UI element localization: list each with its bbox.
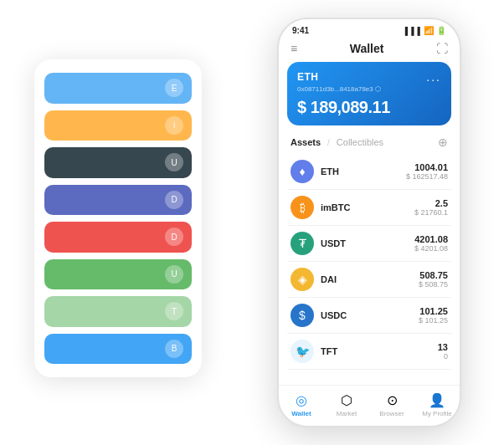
asset-amounts: 2.5$ 21760.1 [414,198,448,217]
signal-icon: ▐▐▐ [403,27,421,35]
nav-icon: 👤 [429,392,445,408]
bg-card-row: U [44,147,192,178]
asset-amount-main: 13 [438,342,448,352]
asset-name: DAI [321,274,419,284]
bg-card-row-icon: i [165,116,183,135]
asset-amounts: 130 [438,342,448,361]
asset-icon: ♦ [291,160,314,183]
asset-amounts: 101.25$ 101.25 [419,306,448,325]
expand-icon[interactable]: ⛶ [436,42,448,55]
asset-amount-usd: 0 [438,352,448,361]
asset-amount-main: 2.5 [414,198,448,208]
bg-card-row: i [44,110,192,141]
asset-icon: 🐦 [291,340,314,363]
nav-icon: ⊙ [387,392,398,408]
asset-row[interactable]: ◈DAI508.75$ 508.75 [287,262,451,298]
nav-label: My Profile [422,410,452,417]
asset-icon: ◈ [291,268,314,291]
bg-card-row: B [44,334,192,365]
asset-amount-usd: $ 508.75 [419,280,448,289]
asset-row[interactable]: 🐦TFT130 [287,334,451,370]
asset-icon: $ [291,304,314,327]
assets-header: Assets / Collectibles ⊕ [279,132,460,154]
asset-name: ETH [321,166,406,176]
menu-icon[interactable]: ≡ [291,42,297,55]
asset-name: USDT [321,238,414,248]
nav-icon: ⬡ [341,392,352,408]
wallet-more-icon[interactable]: ... [426,70,441,84]
bg-card-row: T [44,296,192,327]
wallet-ticker: ETH [297,71,319,83]
nav-item-my-profile[interactable]: 👤My Profile [414,392,460,417]
tab-divider: / [327,138,330,147]
phone-mockup: 9:41 ▐▐▐ 📶 🔋 ≡ Wallet ⛶ ETH ... 0x08711d… [277,18,461,427]
nav-label: Browser [379,410,404,417]
asset-row[interactable]: ₿imBTC2.5$ 21760.1 [287,190,451,226]
asset-amount-usd: $ 162517.48 [406,172,448,181]
asset-amount-main: 101.25 [419,306,448,316]
status-bar: 9:41 ▐▐▐ 📶 🔋 [279,19,460,38]
bg-card-row-icon: E [165,79,183,97]
header-title: Wallet [350,42,384,55]
asset-amount-main: 508.75 [419,270,448,280]
nav-label: Market [337,410,357,417]
bg-card: EiUDDUTB [34,59,202,377]
asset-row[interactable]: ♦ETH1004.01$ 162517.48 [287,154,451,190]
bg-card-row: D [44,185,192,216]
bg-card-row: D [44,222,192,253]
wallet-amount: $ 189,089.11 [297,98,441,117]
nav-icon: ◎ [296,392,307,408]
bg-card-row: E [44,73,192,104]
asset-row[interactable]: ₮USDT4201.08$ 4201.08 [287,226,451,262]
wallet-card: ETH ... 0x08711d3b...8418a78e3 ⬡ $ 189,0… [287,62,451,125]
asset-amount-main: 4201.08 [414,234,448,244]
nav-item-wallet[interactable]: ◎Wallet [279,392,324,417]
bg-card-row-icon: U [165,153,183,171]
wallet-address: 0x08711d3b...8418a78e3 ⬡ [297,85,441,93]
scene: EiUDDUTB 9:41 ▐▐▐ 📶 🔋 ≡ Wallet ⛶ ETH ...… [9,9,495,436]
asset-list: ♦ETH1004.01$ 162517.48₿imBTC2.5$ 21760.1… [279,154,460,385]
bg-card-row-icon: U [165,265,183,284]
asset-icon: ₮ [291,232,314,255]
bg-card-row-icon: B [165,340,183,358]
asset-amounts: 508.75$ 508.75 [419,270,448,289]
bg-card-row-icon: D [165,228,183,246]
asset-amounts: 1004.01$ 162517.48 [406,162,448,181]
bg-card-row-icon: T [165,302,183,320]
asset-row[interactable]: $USDC101.25$ 101.25 [287,298,451,334]
asset-amount-main: 1004.01 [406,162,448,172]
tab-collectibles[interactable]: Collectibles [337,137,383,147]
asset-amount-usd: $ 4201.08 [414,244,448,253]
nav-item-market[interactable]: ⬡Market [324,392,369,417]
status-time: 9:41 [292,26,309,35]
status-icons: ▐▐▐ 📶 🔋 [403,26,446,35]
app-header: ≡ Wallet ⛶ [279,38,460,62]
bg-card-row-icon: D [165,191,183,209]
bg-card-row: U [44,259,192,290]
nav-item-browser[interactable]: ⊙Browser [369,392,414,417]
add-asset-icon[interactable]: ⊕ [438,136,448,149]
bottom-nav: ◎Wallet⬡Market⊙Browser👤My Profile [279,385,460,426]
tab-assets[interactable]: Assets [291,137,321,147]
wallet-card-header: ETH ... [297,70,441,84]
asset-amounts: 4201.08$ 4201.08 [414,234,448,253]
asset-name: USDC [321,310,419,320]
wifi-icon: 📶 [424,26,434,35]
asset-amount-usd: $ 21760.1 [414,208,448,217]
asset-name: TFT [321,346,438,356]
asset-name: imBTC [321,202,414,212]
battery-icon: 🔋 [436,26,446,35]
assets-tabs: Assets / Collectibles [291,137,383,147]
asset-icon: ₿ [291,196,314,219]
nav-label: Wallet [291,410,311,417]
asset-amount-usd: $ 101.25 [419,316,448,325]
